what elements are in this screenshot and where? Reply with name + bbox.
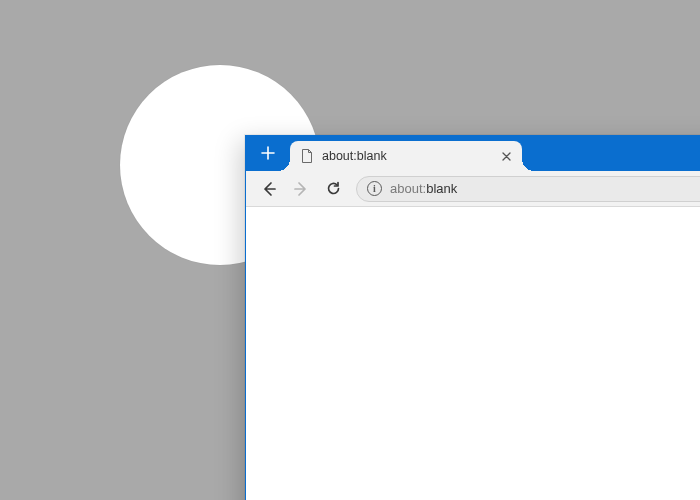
document-icon [300, 149, 314, 163]
reload-button[interactable] [318, 175, 348, 203]
back-button[interactable] [254, 175, 284, 203]
url-scheme: about: [390, 181, 426, 196]
browser-window: about:blank i about:blank [245, 135, 700, 500]
reload-icon [325, 180, 342, 197]
plus-icon [261, 146, 275, 160]
tab-strip: about:blank [246, 135, 700, 171]
tab-title: about:blank [322, 149, 387, 163]
site-info-icon[interactable]: i [367, 181, 382, 196]
tab-about-blank[interactable]: about:blank [290, 141, 522, 171]
address-url: about:blank [390, 181, 457, 196]
address-bar[interactable]: i about:blank [356, 176, 700, 202]
toolbar: i about:blank [246, 171, 700, 207]
page-viewport [246, 207, 700, 500]
forward-button[interactable] [286, 175, 316, 203]
arrow-right-icon [292, 180, 310, 198]
url-rest: blank [426, 181, 457, 196]
arrow-left-icon [260, 180, 278, 198]
close-icon [502, 152, 511, 161]
tab-close-button[interactable] [498, 148, 514, 164]
